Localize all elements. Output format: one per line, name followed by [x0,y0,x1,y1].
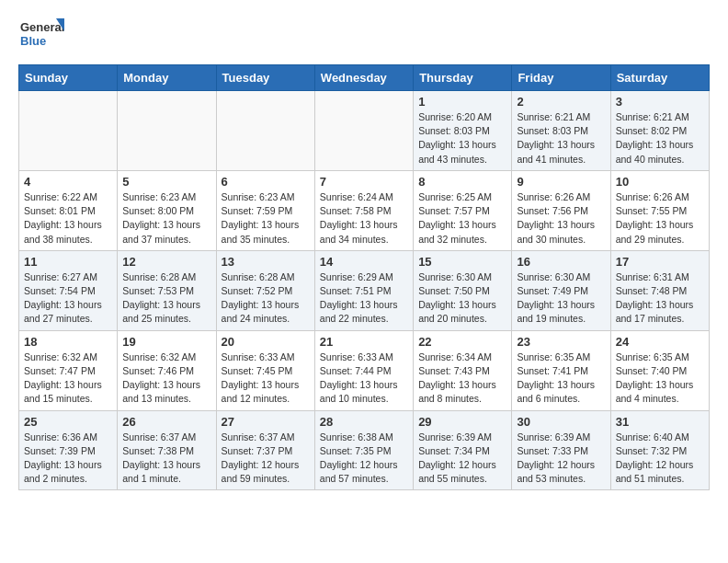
day-number: 30 [517,415,605,429]
day-info: Sunrise: 6:39 AMSunset: 7:33 PMDaylight:… [517,431,605,487]
day-number: 9 [517,175,605,189]
calendar-cell [314,91,413,171]
day-info: Sunrise: 6:28 AMSunset: 7:53 PMDaylight:… [122,270,210,327]
day-info: Sunrise: 6:28 AMSunset: 7:52 PMDaylight:… [222,270,310,327]
day-info: Sunrise: 6:24 AMSunset: 7:58 PMDaylight:… [320,190,408,247]
calendar-cell: 3Sunrise: 6:21 AMSunset: 8:02 PMDaylight… [610,91,709,171]
day-number: 28 [320,415,408,429]
day-number: 11 [24,255,112,269]
calendar-cell: 22Sunrise: 6:34 AMSunset: 7:43 PMDayligh… [414,330,512,410]
day-number: 2 [517,95,605,109]
day-number: 7 [320,175,408,189]
day-info: Sunrise: 6:20 AMSunset: 8:03 PMDaylight:… [418,110,506,167]
day-info: Sunrise: 6:36 AMSunset: 7:39 PMDaylight:… [24,431,112,487]
day-info: Sunrise: 6:34 AMSunset: 7:43 PMDaylight:… [418,350,506,407]
day-info: Sunrise: 6:32 AMSunset: 7:46 PMDaylight:… [122,350,210,407]
day-number: 12 [122,255,210,269]
calendar-cell: 13Sunrise: 6:28 AMSunset: 7:52 PMDayligh… [216,250,314,330]
calendar-cell: 14Sunrise: 6:29 AMSunset: 7:51 PMDayligh… [314,250,413,330]
day-info: Sunrise: 6:22 AMSunset: 8:01 PMDaylight:… [24,190,112,247]
day-number: 1 [418,95,506,109]
day-info: Sunrise: 6:31 AMSunset: 7:48 PMDaylight:… [616,270,704,327]
calendar-cell: 26Sunrise: 6:37 AMSunset: 7:38 PMDayligh… [118,410,216,490]
day-number: 26 [122,415,210,429]
day-number: 3 [616,95,704,109]
day-info: Sunrise: 6:30 AMSunset: 7:49 PMDaylight:… [517,270,605,327]
day-info: Sunrise: 6:32 AMSunset: 7:47 PMDaylight:… [24,350,112,407]
day-number: 20 [222,335,310,349]
calendar-cell: 29Sunrise: 6:39 AMSunset: 7:34 PMDayligh… [414,410,512,490]
calendar-cell: 20Sunrise: 6:33 AMSunset: 7:45 PMDayligh… [216,330,314,410]
logo-svg: General Blue [18,15,64,55]
day-number: 5 [122,175,210,189]
day-number: 17 [616,255,704,269]
logo: General Blue [18,15,64,55]
day-info: Sunrise: 6:37 AMSunset: 7:38 PMDaylight:… [122,431,210,487]
day-number: 6 [222,175,310,189]
day-info: Sunrise: 6:33 AMSunset: 7:44 PMDaylight:… [320,350,408,407]
calendar-cell: 15Sunrise: 6:30 AMSunset: 7:50 PMDayligh… [414,250,512,330]
day-number: 13 [222,255,310,269]
day-number: 31 [616,415,704,429]
week-row-4: 18Sunrise: 6:32 AMSunset: 7:47 PMDayligh… [19,330,710,410]
day-info: Sunrise: 6:30 AMSunset: 7:50 PMDaylight:… [418,270,506,327]
day-info: Sunrise: 6:23 AMSunset: 8:00 PMDaylight:… [122,190,210,247]
week-row-5: 25Sunrise: 6:36 AMSunset: 7:39 PMDayligh… [19,410,710,490]
calendar-cell: 24Sunrise: 6:35 AMSunset: 7:40 PMDayligh… [610,330,709,410]
day-number: 8 [418,175,506,189]
col-header-sunday: Sunday [19,65,118,91]
calendar-cell: 31Sunrise: 6:40 AMSunset: 7:32 PMDayligh… [610,410,709,490]
day-info: Sunrise: 6:29 AMSunset: 7:51 PMDaylight:… [320,270,408,327]
day-info: Sunrise: 6:35 AMSunset: 7:41 PMDaylight:… [517,350,605,407]
day-number: 25 [24,415,112,429]
calendar-cell: 23Sunrise: 6:35 AMSunset: 7:41 PMDayligh… [512,330,610,410]
calendar-cell: 30Sunrise: 6:39 AMSunset: 7:33 PMDayligh… [512,410,610,490]
calendar-cell: 12Sunrise: 6:28 AMSunset: 7:53 PMDayligh… [118,250,216,330]
calendar-cell: 6Sunrise: 6:23 AMSunset: 7:59 PMDaylight… [216,170,314,250]
week-row-3: 11Sunrise: 6:27 AMSunset: 7:54 PMDayligh… [19,250,710,330]
day-number: 15 [418,255,506,269]
day-info: Sunrise: 6:37 AMSunset: 7:37 PMDaylight:… [222,431,310,487]
day-number: 22 [418,335,506,349]
calendar-cell: 1Sunrise: 6:20 AMSunset: 8:03 PMDaylight… [414,91,512,171]
col-header-wednesday: Wednesday [314,65,413,91]
day-info: Sunrise: 6:21 AMSunset: 8:03 PMDaylight:… [517,110,605,167]
calendar-cell: 27Sunrise: 6:37 AMSunset: 7:37 PMDayligh… [216,410,314,490]
calendar-cell: 16Sunrise: 6:30 AMSunset: 7:49 PMDayligh… [512,250,610,330]
day-info: Sunrise: 6:26 AMSunset: 7:56 PMDaylight:… [517,190,605,247]
calendar-cell: 28Sunrise: 6:38 AMSunset: 7:35 PMDayligh… [314,410,413,490]
calendar-cell: 5Sunrise: 6:23 AMSunset: 8:00 PMDaylight… [118,170,216,250]
calendar-cell: 11Sunrise: 6:27 AMSunset: 7:54 PMDayligh… [19,250,118,330]
calendar-cell: 10Sunrise: 6:26 AMSunset: 7:55 PMDayligh… [610,170,709,250]
col-header-monday: Monday [118,65,216,91]
header-row: SundayMondayTuesdayWednesdayThursdayFrid… [19,65,710,91]
day-info: Sunrise: 6:38 AMSunset: 7:35 PMDaylight:… [320,431,408,487]
day-info: Sunrise: 6:40 AMSunset: 7:32 PMDaylight:… [616,431,704,487]
day-number: 23 [517,335,605,349]
header: General Blue [18,15,710,55]
week-row-2: 4Sunrise: 6:22 AMSunset: 8:01 PMDaylight… [19,170,710,250]
day-number: 29 [418,415,506,429]
day-info: Sunrise: 6:26 AMSunset: 7:55 PMDaylight:… [616,190,704,247]
day-info: Sunrise: 6:23 AMSunset: 7:59 PMDaylight:… [222,190,310,247]
calendar-cell: 17Sunrise: 6:31 AMSunset: 7:48 PMDayligh… [610,250,709,330]
day-number: 10 [616,175,704,189]
calendar-cell: 4Sunrise: 6:22 AMSunset: 8:01 PMDaylight… [19,170,118,250]
day-info: Sunrise: 6:25 AMSunset: 7:57 PMDaylight:… [418,190,506,247]
day-info: Sunrise: 6:39 AMSunset: 7:34 PMDaylight:… [418,431,506,487]
calendar-cell: 9Sunrise: 6:26 AMSunset: 7:56 PMDaylight… [512,170,610,250]
day-number: 27 [222,415,310,429]
week-row-1: 1Sunrise: 6:20 AMSunset: 8:03 PMDaylight… [19,91,710,171]
svg-text:General: General [20,20,64,34]
calendar-cell: 18Sunrise: 6:32 AMSunset: 7:47 PMDayligh… [19,330,118,410]
day-number: 19 [122,335,210,349]
day-info: Sunrise: 6:21 AMSunset: 8:02 PMDaylight:… [616,110,704,167]
day-number: 24 [616,335,704,349]
day-info: Sunrise: 6:35 AMSunset: 7:40 PMDaylight:… [616,350,704,407]
day-info: Sunrise: 6:33 AMSunset: 7:45 PMDaylight:… [222,350,310,407]
calendar-cell [19,91,118,171]
calendar-cell: 21Sunrise: 6:33 AMSunset: 7:44 PMDayligh… [314,330,413,410]
calendar-cell [118,91,216,171]
day-number: 14 [320,255,408,269]
calendar-cell: 7Sunrise: 6:24 AMSunset: 7:58 PMDaylight… [314,170,413,250]
